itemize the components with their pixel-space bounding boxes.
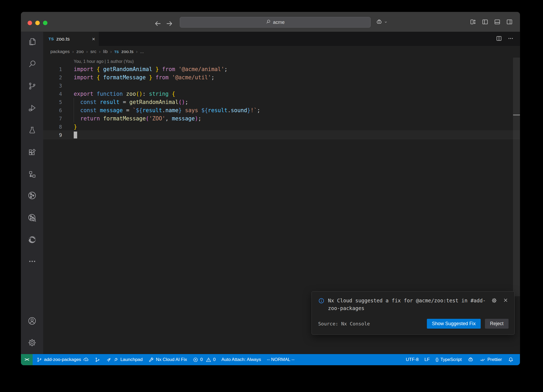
nx-console-icon[interactable] xyxy=(26,168,38,181)
git-branch-status-item[interactable]: add-zoo-packages xyxy=(34,357,92,363)
bell-icon xyxy=(508,357,514,363)
explorer-icon[interactable] xyxy=(26,35,38,48)
code-line[interactable]: 6 const message = `${result.name} says $… xyxy=(43,106,520,114)
code-line[interactable]: 4export function zoo(): string { xyxy=(43,90,520,98)
breadcrumb-file[interactable]: zoo.ts xyxy=(121,49,133,54)
account-icon[interactable] xyxy=(26,315,38,327)
copilot-status-item[interactable] xyxy=(465,356,477,363)
line-number[interactable]: 1 xyxy=(43,66,74,72)
line-number[interactable]: 9 xyxy=(43,132,74,138)
reject-button[interactable]: Reject xyxy=(485,319,509,329)
go-back-icon[interactable] xyxy=(154,19,162,28)
breadcrumb-separator: › xyxy=(99,49,100,54)
source-control-icon[interactable] xyxy=(26,80,38,92)
line-number[interactable]: 4 xyxy=(43,91,74,97)
activity-bar xyxy=(21,32,43,354)
formatter-status-item[interactable]: Prettier xyxy=(477,357,505,363)
notification-close-icon[interactable] xyxy=(503,297,509,305)
launchpad-status-item[interactable]: Launchpad xyxy=(103,357,146,363)
window-body: TS zoo.ts × packages xyxy=(21,32,520,354)
code-text: const result = getRandomAnimal(); xyxy=(74,99,188,105)
nx-cloud-fix-status-item[interactable]: Nx Cloud AI Fix xyxy=(146,357,190,363)
status-bar: >< add-zoo-packages xyxy=(21,354,520,365)
run-debug-icon[interactable] xyxy=(26,102,38,114)
wrench-icon xyxy=(148,357,154,363)
tab-close-icon[interactable]: × xyxy=(92,36,95,42)
search-sidebar-icon[interactable] xyxy=(26,57,38,70)
code-line[interactable]: 1import { getRandomAnimal } from '@acme/… xyxy=(43,65,520,73)
vim-mode-status-item[interactable]: -- NORMAL -- xyxy=(264,357,297,362)
eol-status-item[interactable]: LF xyxy=(422,357,433,362)
info-icon xyxy=(318,297,325,305)
customize-layout-icon[interactable] xyxy=(469,18,476,27)
code-line[interactable]: 3 xyxy=(43,81,520,90)
line-number[interactable]: 8 xyxy=(43,124,74,130)
settings-gear-icon[interactable] xyxy=(26,336,38,349)
line-number[interactable]: 6 xyxy=(43,107,74,113)
screenshot-canvas: acme xyxy=(0,0,543,392)
go-forward-icon[interactable] xyxy=(165,19,174,28)
vscode-window: acme xyxy=(21,12,520,365)
nx-project-details-icon[interactable] xyxy=(26,211,38,224)
show-suggested-fix-button[interactable]: Show Suggested Fix xyxy=(427,319,481,329)
edge-browser-icon[interactable] xyxy=(26,233,38,246)
nx-cloud-fix-label: Nx Cloud AI Fix xyxy=(156,357,187,362)
auto-attach-status-item[interactable]: Auto Attach: Always xyxy=(218,357,264,362)
maximize-window-button[interactable] xyxy=(43,21,47,25)
copilot-icon[interactable] xyxy=(376,19,383,27)
remote-indicator[interactable]: >< xyxy=(21,354,33,365)
nx-project-graph-icon[interactable] xyxy=(26,189,38,202)
notification-settings-gear-icon[interactable] xyxy=(491,297,497,305)
chevron-down-icon[interactable] xyxy=(384,20,388,25)
notifications-bell-item[interactable] xyxy=(505,357,517,363)
notification-source: Source: Nx Console xyxy=(318,321,370,326)
breadcrumb-separator: › xyxy=(72,49,74,54)
breadcrumb-item[interactable]: src xyxy=(90,49,97,54)
line-number[interactable]: 7 xyxy=(43,116,74,121)
tab-zoo-ts[interactable]: TS zoo.ts × xyxy=(43,32,99,46)
minimize-window-button[interactable] xyxy=(35,21,40,25)
command-center-search[interactable]: acme xyxy=(180,17,371,28)
testing-icon[interactable] xyxy=(26,124,38,136)
check-double-icon xyxy=(480,357,485,363)
indent-guide xyxy=(74,98,74,123)
breadcrumb-item[interactable]: lib xyxy=(103,49,108,54)
code-text: import { formatMessage } from '@acme/uti… xyxy=(74,74,214,81)
code-lines: 1import { getRandomAnimal } from '@acme/… xyxy=(43,65,520,139)
code-line[interactable]: 7 return formatMessage('ZOO', message); xyxy=(43,114,520,123)
breadcrumb-separator: › xyxy=(136,49,137,54)
line-number[interactable]: 2 xyxy=(43,75,74,80)
source-control-graph-status-item[interactable] xyxy=(92,357,103,363)
language-status-item[interactable]: {} TypeScript xyxy=(433,357,465,362)
git-blame-annotation[interactable]: You, 1 hour ago | 1 author (You) xyxy=(74,59,520,65)
breadcrumb-item[interactable]: packages xyxy=(50,49,70,54)
errors-count: 0 xyxy=(200,357,203,362)
line-number[interactable]: 3 xyxy=(43,83,74,89)
more-views-icon[interactable] xyxy=(26,255,38,268)
toggle-secondary-sidebar-icon[interactable] xyxy=(506,18,513,27)
extensions-icon[interactable] xyxy=(26,146,38,159)
editor-scrollbar[interactable] xyxy=(513,58,520,296)
more-actions-icon[interactable] xyxy=(507,35,514,43)
code-line[interactable]: 8} xyxy=(43,123,520,131)
overview-ruler-cursor-mark xyxy=(513,115,520,115)
tab-bar: TS zoo.ts × xyxy=(43,32,520,46)
breadcrumb-item[interactable]: zoo xyxy=(76,49,84,54)
code-text: const message = `${result.name} says ${r… xyxy=(74,107,260,114)
toggle-primary-sidebar-icon[interactable] xyxy=(481,18,489,27)
breadcrumb: packages › zoo › src › lib › TS zoo.ts ›… xyxy=(43,46,520,58)
close-window-button[interactable] xyxy=(28,21,32,25)
code-line[interactable]: 5 const result = getRandomAnimal(); xyxy=(43,98,520,106)
code-line[interactable]: 2import { formatMessage } from '@acme/ut… xyxy=(43,73,520,81)
line-number[interactable]: 5 xyxy=(43,99,74,105)
split-editor-icon[interactable] xyxy=(496,35,502,43)
editor-cursor xyxy=(74,132,77,138)
code-line[interactable]: 9 xyxy=(43,131,520,139)
problems-status-item[interactable]: 0 0 xyxy=(190,357,218,363)
code-editor[interactable]: You, 1 hour ago | 1 author (You) 1import… xyxy=(43,58,520,354)
toggle-panel-icon[interactable] xyxy=(494,18,501,27)
breadcrumb-more[interactable]: ... xyxy=(140,49,144,54)
encoding-status-item[interactable]: UTF-8 xyxy=(403,357,422,362)
git-branch-icon xyxy=(37,357,42,363)
typescript-file-icon: TS xyxy=(49,37,54,41)
